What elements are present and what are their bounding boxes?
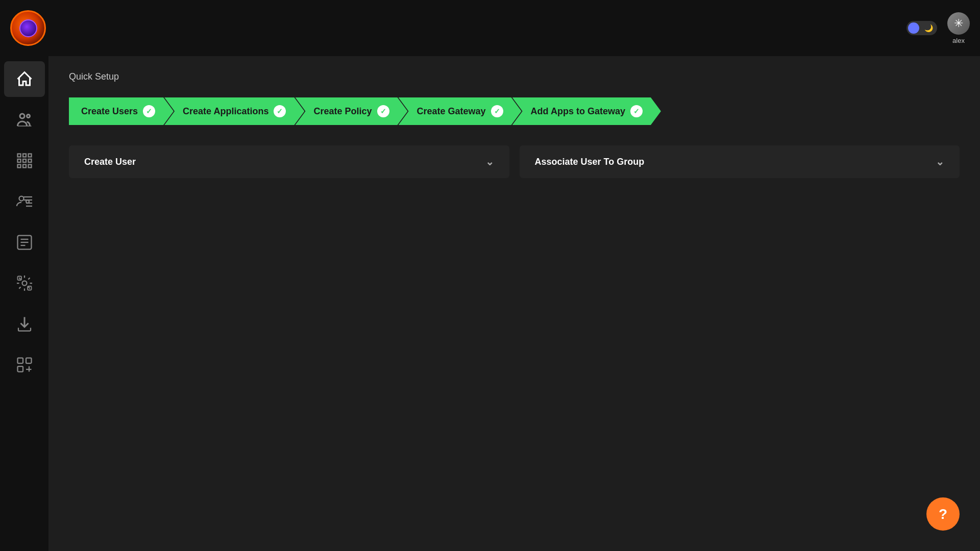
create-user-header[interactable]: Create User ⌄ [69, 145, 509, 178]
steps-container: Create Users ✓ Create Applications ✓ Cre… [69, 97, 960, 125]
step-create-gateway[interactable]: Create Gateway ✓ [399, 97, 522, 125]
svg-rect-6 [17, 159, 20, 162]
step-add-apps[interactable]: Add Apps to Gateway ✓ [512, 97, 661, 125]
step-body-add-apps: Add Apps to Gateway ✓ [512, 97, 661, 125]
accordion-row: Create User ⌄ Associate User To Group ⌄ [69, 145, 960, 178]
step-create-policy[interactable]: Create Policy ✓ [295, 97, 407, 125]
sidebar-item-apps[interactable] [4, 347, 45, 383]
svg-point-12 [19, 196, 23, 201]
svg-rect-9 [17, 165, 20, 168]
associate-user-header[interactable]: Associate User To Group ⌄ [520, 145, 960, 178]
svg-point-0 [20, 114, 24, 118]
svg-point-1 [27, 115, 30, 118]
step-check-create-applications: ✓ [274, 105, 286, 117]
home-icon [15, 70, 34, 88]
step-body-create-gateway: Create Gateway ✓ [399, 97, 522, 125]
toggle-knob [908, 22, 919, 34]
moon-icon: 🌙 [924, 24, 933, 32]
associate-user-panel: Associate User To Group ⌄ [520, 145, 960, 178]
logo[interactable] [10, 10, 46, 46]
svg-rect-5 [28, 154, 31, 157]
step-check-create-policy: ✓ [377, 105, 389, 117]
step-create-applications[interactable]: Create Applications ✓ [164, 97, 304, 125]
identity-icon [15, 192, 34, 211]
sidebar-item-home[interactable] [4, 61, 45, 97]
sidebar-item-identity[interactable] [4, 184, 45, 219]
step-check-add-apps: ✓ [630, 105, 643, 117]
svg-rect-25 [17, 358, 23, 364]
quick-setup-title: Quick Setup [69, 71, 960, 82]
step-label-create-gateway: Create Gateway [417, 106, 486, 117]
grid-icon [15, 152, 34, 170]
settings-icon [15, 274, 34, 292]
step-check-create-users: ✓ [143, 105, 155, 117]
step-body-create-policy: Create Policy ✓ [295, 97, 407, 125]
associate-user-label: Associate User To Group [535, 157, 645, 167]
step-label-add-apps: Add Apps to Gateway [531, 106, 625, 117]
step-body-create-applications: Create Applications ✓ [164, 97, 304, 125]
svg-rect-4 [23, 154, 26, 157]
user-profile[interactable]: ✳ alex [947, 12, 970, 44]
username-label: alex [952, 37, 965, 44]
svg-rect-27 [17, 366, 23, 372]
create-user-chevron: ⌄ [485, 156, 494, 168]
sidebar-item-settings[interactable] [4, 265, 45, 301]
download-icon [15, 315, 34, 333]
svg-point-22 [22, 281, 27, 286]
svg-rect-3 [17, 154, 20, 157]
help-icon: ? [939, 506, 947, 522]
topbar: 🌙 ✳ alex [0, 0, 980, 56]
users-icon [15, 111, 34, 129]
logo-inner [19, 19, 37, 37]
logs-icon [15, 233, 34, 252]
svg-rect-26 [26, 358, 32, 364]
main-layout: Quick Setup Create Users ✓ Create Applic… [0, 56, 980, 551]
step-label-create-users: Create Users [81, 106, 138, 117]
step-body-create-users: Create Users ✓ [69, 97, 174, 125]
sidebar-item-grid[interactable] [4, 143, 45, 179]
associate-user-chevron: ⌄ [936, 156, 944, 168]
sidebar [0, 56, 48, 551]
help-button[interactable]: ? [926, 497, 960, 531]
content-area: Quick Setup Create Users ✓ Create Applic… [48, 56, 980, 551]
svg-rect-8 [28, 159, 31, 162]
step-create-users[interactable]: Create Users ✓ [69, 97, 174, 125]
sidebar-item-download[interactable] [4, 306, 45, 342]
step-check-create-gateway: ✓ [491, 105, 503, 117]
avatar: ✳ [947, 12, 970, 35]
create-user-panel: Create User ⌄ [69, 145, 509, 178]
sidebar-item-logs[interactable] [4, 224, 45, 260]
step-label-create-policy: Create Policy [313, 106, 372, 117]
dark-mode-toggle[interactable]: 🌙 [906, 21, 937, 35]
apps-icon [15, 356, 34, 374]
svg-rect-10 [23, 165, 26, 168]
sidebar-item-users[interactable] [4, 102, 45, 138]
create-user-label: Create User [84, 157, 136, 167]
step-label-create-applications: Create Applications [183, 106, 268, 117]
svg-rect-11 [28, 165, 31, 168]
topbar-right: 🌙 ✳ alex [906, 12, 970, 44]
svg-rect-7 [23, 159, 26, 162]
